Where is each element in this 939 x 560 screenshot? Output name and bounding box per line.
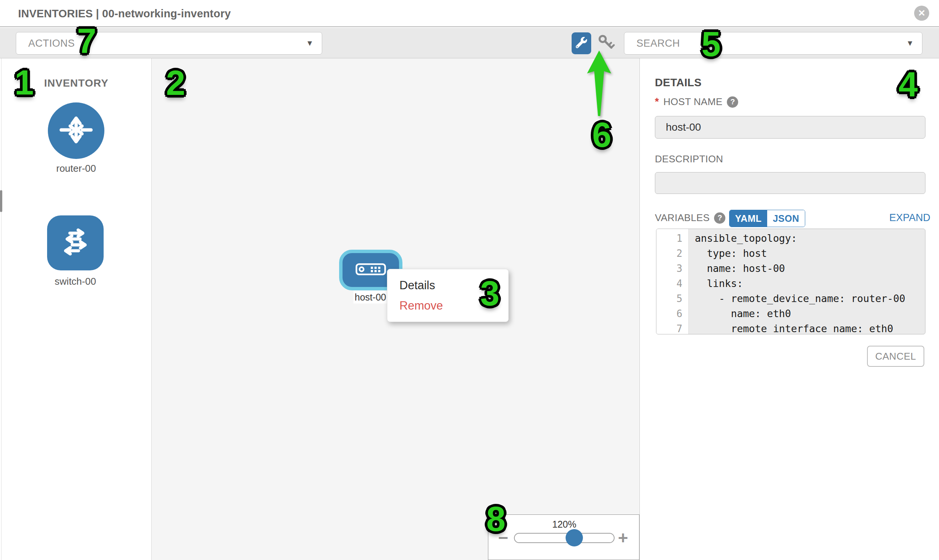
editor-code-lines[interactable]: ansible_topology: type: host name: host-… [689,229,925,334]
code-line: ansible_topology: [695,231,925,246]
description-label-row: DESCRIPTION [655,153,723,165]
annotation-1: 1 [14,65,34,100]
json-toggle-button[interactable]: JSON [767,210,805,227]
line-number: 2 [657,246,688,261]
annotation-4: 4 [898,67,917,102]
page-header: INVENTORIES | 00-networking-inventory ✕ [0,0,939,27]
annotation-2: 2 [166,66,185,100]
zoom-slider-handle[interactable] [566,529,583,546]
variables-code-editor[interactable]: 1 2 3 4 5 6 7 ansible_topology: type: ho… [656,229,925,334]
variables-format-toggle: YAML JSON [729,210,805,227]
zoom-slider-track[interactable] [514,533,615,543]
code-line: name: host-00 [695,261,925,276]
annotation-7: 7 [77,23,96,58]
device-switch-00[interactable] [47,215,103,271]
help-icon[interactable]: ? [727,96,738,108]
chevron-down-icon: ▾ [908,38,912,48]
code-line: - remote_device_name: router-00 [695,291,925,306]
actions-dropdown-label: ACTIONS [28,38,75,49]
topology-canvas[interactable]: host-00 Details Remove 120% − + [152,58,640,560]
toolbar: ACTIONS ▾ SEARCH ▾ [0,28,939,58]
annotation-8: 8 [486,502,505,536]
description-label: DESCRIPTION [655,153,723,165]
search-dropdown[interactable]: SEARCH ▾ [624,32,922,55]
inventory-sidebar: INVENTORY router-00 [0,58,152,560]
zoom-in-button[interactable]: + [618,529,628,546]
sidebar-heading: INVENTORY [44,77,108,89]
code-line: links: [695,276,925,291]
yaml-toggle-button[interactable]: YAML [729,210,767,227]
line-number: 3 [657,261,688,276]
actions-dropdown[interactable]: ACTIONS ▾ [16,32,322,55]
line-number: 1 [657,231,688,246]
sidebar-scrollbar[interactable] [0,190,2,212]
device-label-switch: switch-00 [26,276,124,287]
line-number: 7 [657,321,688,334]
host-node-label: host-00 [353,291,387,303]
sidebar-edge-line [1,58,2,560]
close-icon[interactable]: ✕ [914,6,929,21]
zoom-percent-value: 120% [514,519,615,530]
details-panel-title: DETAILS [655,77,702,89]
host-name-label-row: * HOST NAME ? [655,96,738,108]
annotation-3: 3 [480,276,499,311]
host-name-label: HOST NAME [663,96,723,108]
variables-label-row: VARIABLES ? [655,212,725,224]
line-number: 4 [657,276,688,291]
variables-label: VARIABLES [655,212,709,224]
device-label-router: router-00 [27,163,125,174]
required-asterisk: * [655,96,659,108]
chevron-down-icon: ▾ [307,38,312,48]
expand-link[interactable]: EXPAND [889,212,930,224]
annotation-5: 5 [701,27,720,62]
code-line: type: host [695,246,925,261]
inventory-topology-screen: INVENTORIES | 00-networking-inventory ✕ … [0,0,939,560]
annotation-arrow-up [586,50,612,118]
cancel-button[interactable]: CANCEL [867,346,924,367]
page-title: INVENTORIES | 00-networking-inventory [18,8,231,20]
zoom-control-panel: 120% − + [488,514,640,560]
description-input[interactable] [655,172,925,194]
router-icon [57,110,96,151]
help-icon[interactable]: ? [714,212,725,224]
search-dropdown-label: SEARCH [637,38,680,49]
device-router-00[interactable] [48,102,104,159]
editor-line-numbers: 1 2 3 4 5 6 7 [657,229,689,334]
line-number: 6 [657,306,688,321]
host-name-input[interactable]: host-00 [655,116,925,138]
annotation-6: 6 [592,117,611,152]
details-panel: DETAILS * HOST NAME ? host-00 DESCRIPTIO… [640,58,939,560]
wrench-icon [576,37,587,50]
host-icon [355,263,386,277]
code-line: remote_interface_name: eth0 [695,321,925,334]
code-line: name: eth0 [695,306,925,321]
line-number: 5 [657,291,688,306]
switch-icon [56,223,95,263]
